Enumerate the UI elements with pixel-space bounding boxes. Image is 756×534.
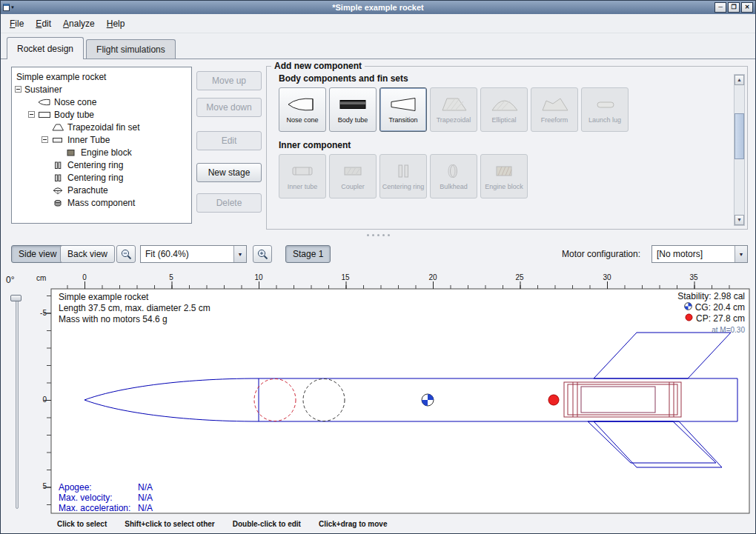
inner-tube-icon	[51, 136, 64, 144]
tab-bar: Rocket design Flight simulations	[1, 33, 755, 59]
tree-item-label: Parachute	[67, 185, 108, 196]
tree-item-label: Nose cone	[54, 97, 96, 107]
centering-ring-icon	[51, 161, 64, 170]
tree-item-label: Mass component	[67, 198, 135, 208]
hint-shift-click: Shift+click to select other	[125, 520, 214, 528]
component-button-label: Trapezoidal	[436, 117, 472, 124]
chevron-down-icon[interactable]: ▼	[233, 246, 246, 262]
motor-configuration-value: [No motors]	[652, 249, 735, 259]
add-coupler-button: Coupler	[329, 154, 377, 198]
apogee-label: Apogee:	[59, 482, 138, 493]
application-window: ▼ *Simple example rocket ─ ❐ ✕ File Edit…	[0, 0, 756, 534]
zoom-out-button[interactable]	[116, 245, 136, 263]
main-panel: Simple example rocket Sustainer Nose con…	[1, 59, 755, 533]
tree-item-label: Centering ring	[67, 160, 123, 170]
add-launch-lug-button: Launch lug	[581, 87, 629, 132]
rotation-slider-handle[interactable]	[10, 295, 21, 301]
tree-item-label: Inner Tube	[67, 135, 110, 145]
collapse-handle-icon[interactable]	[15, 86, 21, 93]
max-acceleration-label: Max. acceleration:	[59, 503, 138, 513]
transition-icon	[387, 95, 420, 116]
menu-analyze[interactable]: Analyze	[58, 16, 100, 32]
cp-icon	[685, 313, 693, 324]
zoom-select[interactable]: Fit (60.4%) ▼	[140, 245, 247, 263]
splitter-handle[interactable]	[1, 230, 755, 239]
nose-cone-icon	[286, 95, 319, 116]
body-components-row: Nose cone Body tube Transition Trapezoid…	[279, 87, 723, 132]
tree-item-centering-ring-1[interactable]: Centering ring	[12, 158, 191, 171]
minimize-button[interactable]: ─	[714, 2, 726, 13]
flight-summary: Apogee:N/A Max. velocity:N/A Max. accele…	[59, 482, 153, 513]
chevron-down-icon[interactable]: ▼	[735, 246, 747, 262]
tree-item-label: Engine block	[81, 147, 132, 158]
component-button-label: Engine block	[484, 184, 524, 191]
component-tree[interactable]: Simple example rocket Sustainer Nose con…	[11, 67, 192, 224]
tree-action-buttons: Move up Move down Edit New stage Delete	[196, 71, 262, 213]
zoom-in-button[interactable]	[253, 245, 272, 263]
tree-item-parachute[interactable]: Parachute	[12, 184, 191, 196]
tree-item-mass-component[interactable]: Mass component	[12, 196, 191, 209]
close-button[interactable]: ✕	[741, 2, 753, 13]
collapse-handle-icon[interactable]	[42, 136, 48, 143]
tab-rocket-design[interactable]: Rocket design	[7, 37, 84, 59]
engine-block-icon	[488, 161, 520, 183]
add-nose-cone-button[interactable]: Nose cone	[279, 87, 326, 132]
zoom-value: Fit (60.4%)	[141, 249, 233, 259]
new-stage-button[interactable]: New stage	[196, 163, 262, 182]
component-button-label: Coupler	[340, 184, 365, 191]
move-down-button: Move down	[196, 98, 262, 117]
tree-item-body-tube[interactable]: Body tube	[12, 108, 191, 121]
scroll-up-icon[interactable]: ▲	[735, 75, 744, 85]
stability-value: Stability: 2.98 cal	[677, 291, 745, 302]
nose-cone-icon	[38, 98, 51, 107]
rocket-mass: Mass with no motors 54.6 g	[59, 314, 210, 325]
body-tube-icon	[38, 110, 51, 119]
rotation-slider[interactable]	[16, 297, 19, 509]
add-centering-ring-button: Centering ring	[379, 154, 427, 198]
launch-lug-icon	[588, 95, 621, 116]
tree-item-centering-ring-2[interactable]: Centering ring	[12, 171, 191, 184]
stage-1-toggle[interactable]: Stage 1	[285, 245, 331, 263]
scrollbar-thumb[interactable]	[735, 113, 744, 159]
menubar: File Edit Analyze Help	[1, 14, 755, 33]
mach-value: at M=0.30	[677, 324, 745, 336]
window-menu-icon[interactable]: ▼	[3, 3, 15, 13]
tree-item-engine-block[interactable]: Engine block	[12, 146, 191, 158]
maximize-button[interactable]: ❐	[728, 2, 740, 13]
hint-double-click: Double-click to edit	[233, 520, 301, 528]
back-view-button[interactable]: Back view	[60, 245, 115, 263]
side-view-button[interactable]: Side view	[11, 245, 64, 263]
rocket-view-canvas[interactable]: 0° cm 0 5 10 15 20 25 30 35 -5 0 5	[1, 272, 755, 518]
add-trapezoidal-fin-button: Trapezoidal	[430, 87, 477, 132]
tree-item-nose-cone[interactable]: Nose cone	[12, 96, 191, 108]
motor-configuration-label: Motor configuration:	[562, 249, 640, 259]
motor-configuration-select[interactable]: [No motors] ▼	[651, 245, 748, 263]
max-acceleration-value: N/A	[138, 503, 153, 513]
tree-item-fin-set[interactable]: Trapezoidal fin set	[12, 121, 191, 133]
freeform-fin-icon	[538, 95, 571, 116]
scroll-down-icon[interactable]: ▼	[735, 215, 744, 225]
tree-item-label: Simple example rocket	[16, 72, 106, 82]
tree-item-inner-tube[interactable]: Inner Tube	[12, 133, 191, 146]
component-button-label: Bulkhead	[439, 184, 468, 191]
tree-item-rocket[interactable]: Simple example rocket	[12, 70, 191, 83]
add-component-panel: Add new component Body components and fi…	[266, 61, 748, 230]
cg-value: CG: 20.4 cm	[695, 302, 745, 313]
menu-file[interactable]: File	[4, 16, 29, 32]
inner-component-section-title: Inner component	[279, 140, 747, 150]
add-body-tube-button[interactable]: Body tube	[329, 87, 377, 132]
window-title: *Simple example rocket	[1, 3, 755, 12]
stability-info: Stability: 2.98 cal CG: 20.4 cm CP: 27.8…	[677, 291, 745, 336]
menu-help[interactable]: Help	[102, 16, 130, 32]
menu-edit[interactable]: Edit	[30, 16, 56, 32]
rocket-dimensions: Length 37.5 cm, max. diameter 2.5 cm	[59, 303, 210, 314]
tree-item-sustainer[interactable]: Sustainer	[12, 83, 191, 96]
component-scrollbar[interactable]: ▲ ▼	[734, 74, 745, 226]
tree-item-label: Sustainer	[24, 84, 62, 95]
collapse-handle-icon[interactable]	[28, 111, 35, 118]
add-transition-button[interactable]: Transition	[379, 87, 427, 132]
body-components-section-title: Body components and fin sets	[279, 73, 747, 84]
cg-icon	[684, 302, 692, 313]
add-inner-tube-button: Inner tube	[279, 154, 326, 198]
tab-flight-simulations[interactable]: Flight simulations	[86, 39, 176, 59]
